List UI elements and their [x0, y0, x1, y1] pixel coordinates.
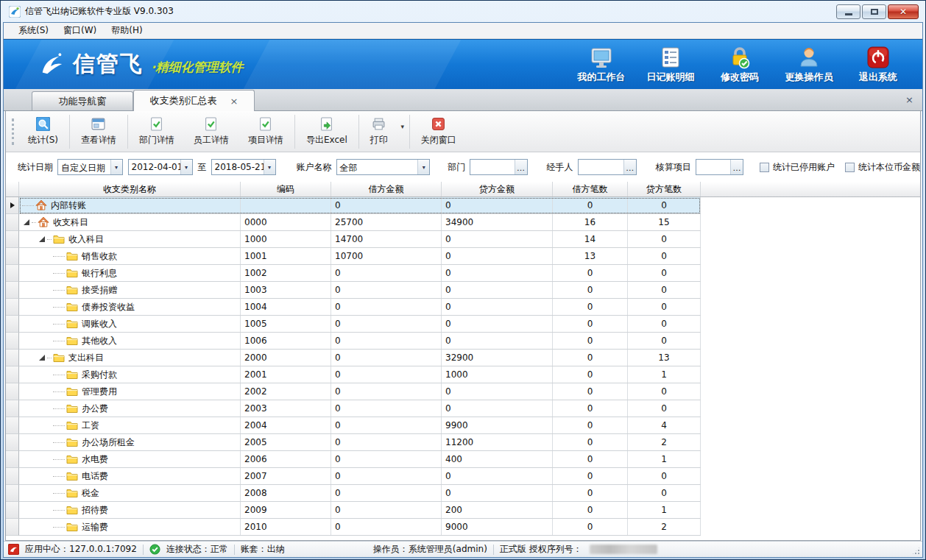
agent-field[interactable]: … [578, 159, 637, 175]
debit-count-cell: 13 [553, 248, 628, 264]
ellipsis-icon[interactable]: … [515, 160, 527, 174]
table-row[interactable]: 办公费20030000 [6, 400, 701, 417]
maximize-button[interactable] [862, 4, 886, 19]
table-row[interactable]: 收入科目1000147000140 [6, 231, 701, 248]
license-serial-redacted [590, 545, 657, 554]
column-header-1[interactable]: 编码 [241, 182, 331, 196]
workbench-button[interactable]: 我的工作台 [570, 46, 632, 84]
code-cell: 1000 [241, 231, 331, 247]
code-cell: 1006 [241, 333, 331, 349]
export-excel-icon [319, 117, 333, 131]
category-name-cell: 收支科目 [19, 214, 241, 230]
credit-count-cell: 0 [628, 282, 701, 298]
project-field[interactable]: … [696, 159, 743, 175]
code-cell: 2003 [241, 400, 331, 417]
exit-system-button[interactable]: 退出系统 [847, 46, 909, 84]
folder-icon [66, 487, 78, 499]
table-row[interactable]: 办公场所租金200501120002 [6, 434, 701, 451]
credit-count-cell: 0 [628, 485, 701, 501]
table-row[interactable]: 水电费2006040001 [6, 451, 701, 468]
column-header-0[interactable]: 收支类别名称 [19, 182, 241, 196]
chevron-down-icon[interactable]: ▾ [417, 160, 429, 174]
tab-close-icon[interactable]: × [230, 96, 238, 106]
project-detail-button[interactable]: 项目详情 [238, 113, 293, 150]
date-to-label: 至 [198, 161, 207, 174]
credit-amount-cell: 0 [442, 197, 553, 213]
table-row[interactable]: 工资20040990004 [6, 417, 701, 434]
date-type-combo[interactable]: 自定义日期 ▾ [57, 159, 123, 175]
ellipsis-icon[interactable]: … [730, 160, 743, 174]
row-indicator [6, 485, 19, 502]
table-row[interactable]: 调账收入10050000 [6, 316, 701, 333]
tree-expander-icon[interactable] [39, 355, 45, 361]
table-row[interactable]: 收支科目000025700349001615 [6, 214, 701, 231]
row-indicator [6, 248, 19, 265]
department-field[interactable]: … [470, 159, 527, 175]
chevron-down-icon[interactable]: ▾ [264, 160, 275, 174]
tab-income-expense-summary[interactable]: 收支类别汇总表 × [133, 90, 255, 111]
category-name-cell: 运输费 [19, 519, 241, 535]
close-window-button[interactable]: 关闭窗口 [411, 113, 466, 150]
toolbar-grip[interactable] [12, 118, 14, 145]
table-row[interactable]: 运输费20100900002 [6, 519, 701, 536]
employee-detail-button[interactable]: 员工详情 [184, 113, 238, 150]
view-detail-button[interactable]: 查看详情 [71, 113, 126, 150]
credit-amount-cell: 1000 [442, 366, 553, 383]
code-cell: 2007 [241, 468, 331, 484]
column-header-3[interactable]: 贷方金额 [442, 182, 553, 196]
project-label: 核算项目 [656, 161, 691, 174]
tree-expander-icon[interactable] [24, 219, 29, 225]
table-row[interactable]: 电话费20070000 [6, 468, 701, 485]
maximize-icon [871, 9, 878, 15]
menu-window[interactable]: 窗口(W) [56, 23, 104, 38]
tree-expander-icon[interactable] [39, 236, 45, 242]
category-name-cell: 其他收入 [19, 333, 241, 349]
credit-amount-cell: 0 [442, 231, 553, 247]
table-row[interactable]: 银行利息10020000 [6, 265, 701, 282]
include-disabled-accounts-checkbox[interactable]: 统计已停用账户 [760, 161, 835, 174]
date-to-combo[interactable]: 2018-05-21 ▾ [211, 159, 276, 175]
date-range-label: 统计日期 [18, 161, 53, 174]
table-row[interactable]: 销售收款1001107000130 [6, 248, 701, 265]
table-row[interactable]: 接受捐赠10030000 [6, 282, 701, 299]
table-row[interactable]: 内部转账0000 [6, 197, 701, 214]
chevron-down-icon[interactable]: ▾ [110, 160, 122, 174]
debit-count-cell: 0 [553, 299, 628, 315]
print-button[interactable]: 打印 [361, 113, 397, 150]
row-indicator [6, 400, 19, 417]
license-text: 正式版 授权序列号： [500, 543, 582, 556]
menu-help[interactable]: 帮助(H) [104, 23, 149, 38]
tabstrip-close-icon[interactable]: × [905, 94, 913, 105]
account-combo[interactable]: 全部 ▾ [336, 159, 431, 175]
column-header-2[interactable]: 借方金额 [331, 182, 442, 196]
table-row[interactable]: 其他收入10060000 [6, 333, 701, 350]
table-row[interactable]: 支出科目2000032900013 [6, 350, 701, 366]
statistics-button[interactable]: 统计(S) [18, 113, 68, 150]
menu-system[interactable]: 系统(S) [11, 23, 56, 38]
table-row[interactable]: 税金20080000 [6, 485, 701, 502]
chevron-down-icon[interactable]: ▾ [180, 160, 192, 174]
change-password-button[interactable]: 修改密码 [709, 46, 771, 84]
ellipsis-icon[interactable]: … [623, 160, 636, 174]
base-currency-checkbox[interactable]: 统计本位币金额 [845, 161, 920, 174]
export-excel-button[interactable]: 导出Excel [297, 113, 357, 150]
resize-grip[interactable] [911, 546, 921, 556]
code-cell: 2008 [241, 485, 331, 501]
column-header-4[interactable]: 借方笔数 [553, 182, 628, 196]
department-detail-button[interactable]: 部门详情 [130, 113, 184, 150]
tab-function-nav[interactable]: 功能导航窗 [32, 91, 133, 110]
print-dropdown-arrow[interactable]: ▾ [397, 111, 408, 152]
table-row[interactable]: 管理费用20020000 [6, 383, 701, 400]
menu-bar: 系统(S) 窗口(W) 帮助(H) [4, 23, 922, 39]
close-button[interactable]: ✕ [888, 4, 919, 19]
change-operator-button[interactable]: 更换操作员 [778, 46, 840, 84]
row-indicator [6, 383, 19, 400]
table-row[interactable]: 采购付款20010100001 [6, 366, 701, 383]
journal-detail-button[interactable]: 日记账明细 [640, 46, 701, 84]
table-row[interactable]: 招待费2009020001 [6, 502, 701, 519]
category-name: 银行利息 [82, 267, 117, 280]
column-header-5[interactable]: 贷方笔数 [628, 182, 701, 196]
date-from-combo[interactable]: 2012-04-01 ▾ [128, 159, 193, 175]
minimize-button[interactable] [836, 4, 860, 19]
table-row[interactable]: 债券投资收益10040000 [6, 299, 701, 316]
